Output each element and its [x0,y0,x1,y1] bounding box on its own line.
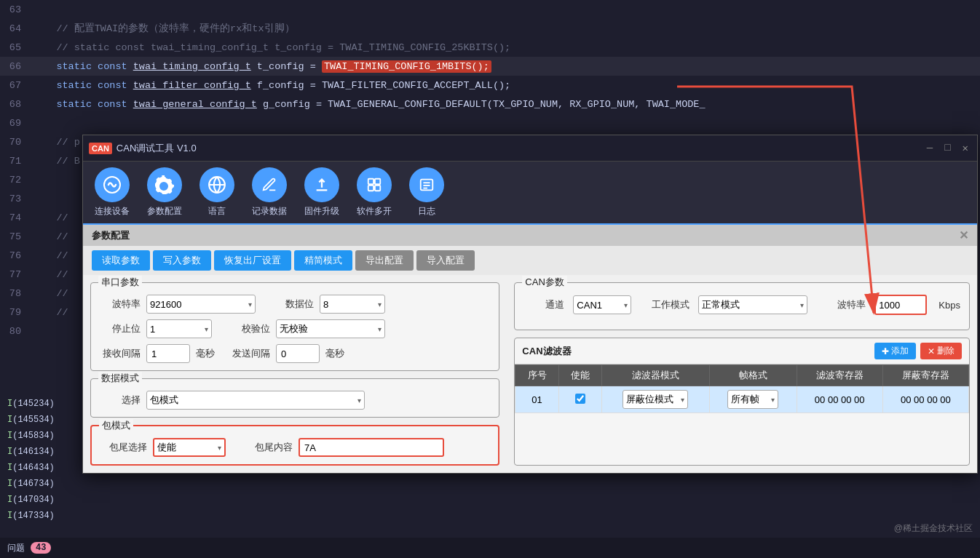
col-frame-format: 帧格式 [709,365,797,386]
tab-import-config[interactable]: 导入配置 [416,250,475,271]
record-label: 记录数据 [252,205,287,218]
log-icon [409,167,444,202]
connect-label: 连接设备 [95,205,130,218]
stopbits-row: 停止位 1 ▾ 校验位 无校验 ▾ [100,319,490,338]
tab-bar: 读取参数 写入参数 恢复出厂设置 精简模式 导出配置 导入配置 [83,246,977,275]
data-mode-legend: 数据模式 [98,372,142,385]
left-panel: 串口参数 波特率 921600 ▾ 数据位 8 ▾ [83,275,507,473]
main-panels: 串口参数 波特率 921600 ▾ 数据位 8 ▾ [83,275,977,473]
delete-filter-button[interactable]: ✕ 删除 [920,343,962,359]
data-mode-select-label: 选择 [100,394,141,407]
close-button[interactable]: ✕ [960,142,971,154]
add-filter-button[interactable]: ✚ 添加 [874,343,916,359]
package-mode-group: 包模式 包尾选择 使能 ▾ 包尾内容 [90,425,499,466]
baudrate-select[interactable]: 921600 ▾ [146,295,256,314]
log-label: 日志 [418,205,435,218]
right-panel: CAN参数 通道 CAN1 ▾ 工作模式 正常模式 ▾ 波特率 [507,275,977,473]
data-mode-row: 选择 包模式 ▾ [100,391,490,410]
databits-select[interactable]: 8 ▾ [320,295,385,314]
window-controls: — □ ✕ [924,142,971,154]
col-id: 序号 [515,365,558,386]
toolbar-params[interactable]: 参数配置 [147,167,182,218]
params-close-icon[interactable]: ✕ [959,228,968,242]
record-icon [252,167,287,202]
code-line-69: 69 [0,113,980,132]
filter-title: CAN滤波器 [522,345,571,358]
baudrate-row: 波特率 921600 ▾ 数据位 8 ▾ [100,295,490,314]
line-num-63: 63 [0,4,33,15]
tab-export-config[interactable]: 导出配置 [355,250,414,271]
frame-format-select[interactable]: 所有帧 ▾ [727,390,778,409]
row-id: 01 [515,386,558,413]
toolbar-connect[interactable]: 连接设备 [95,167,130,218]
params-content: 参数配置 ✕ 读取参数 写入参数 恢复出厂设置 精简模式 导出配置 导入配置 串… [83,225,977,473]
can-icon: CAN [89,143,112,154]
log-line-7: I (147034) [0,492,980,508]
col-mask-reg: 屏蔽寄存器 [882,365,968,386]
row-mask-reg: 00 00 00 00 [882,386,968,413]
interval-row: 接收间隔 毫秒 发送间隔 毫秒 [100,344,490,363]
toolbar-record[interactable]: 记录数据 [252,167,287,218]
serial-params-legend: 串口参数 [98,276,142,289]
filter-table: 序号 使能 滤波器模式 帧格式 滤波寄存器 屏蔽寄存器 01 [515,364,969,413]
col-enabled: 使能 [558,365,601,386]
work-mode-select[interactable]: 正常模式 ▾ [698,295,807,314]
data-mode-select[interactable]: 包模式 ▾ [146,391,365,410]
channel-select[interactable]: CAN1 ▾ [573,295,631,314]
send-interval-unit: 毫秒 [325,347,344,360]
params-label: 参数配置 [147,205,182,218]
can-titlebar: CAN CAN调试工具 V1.0 — □ ✕ [83,135,977,162]
filter-mode-select[interactable]: 屏蔽位模式 ▾ [623,390,688,409]
multi-label: 软件多开 [357,205,392,218]
svg-rect-4 [368,186,374,191]
recv-interval-input[interactable] [146,344,190,363]
maximize-button[interactable]: □ [941,142,953,154]
serial-params-group: 串口参数 波特率 921600 ▾ 数据位 8 ▾ [90,282,499,371]
code-line-65: 65 // static const twai_timing_config_t … [0,38,980,57]
tab-read-params[interactable]: 读取参数 [92,250,150,271]
can-baudrate-input[interactable] [879,300,922,311]
can-params-legend: CAN参数 [522,276,566,289]
col-filter-reg: 滤波寄存器 [797,365,882,386]
tab-restore-factory[interactable]: 恢复出厂设置 [214,250,291,271]
can-filter-group: CAN滤波器 ✚ 添加 ✕ 删除 [514,338,970,466]
tail-select[interactable]: 使能 ▾ [153,438,226,457]
toolbar-multi[interactable]: 软件多开 [357,167,392,218]
filter-buttons: ✚ 添加 ✕ 删除 [874,343,962,359]
can-toolbar: 连接设备 参数配置 语言 [83,162,977,225]
firmware-label: 固件升级 [304,205,339,218]
language-label: 语言 [208,205,226,218]
toolbar-firmware[interactable]: 固件升级 [304,167,339,218]
can-params-header: 通道 CAN1 ▾ 工作模式 正常模式 ▾ 波特率 [523,295,960,315]
filter-header: CAN滤波器 ✚ 添加 ✕ 删除 [515,338,969,364]
package-mode-row: 包尾选择 使能 ▾ 包尾内容 [100,438,489,457]
status-bar: 问题 43 [0,538,980,558]
minimize-button[interactable]: — [924,142,936,154]
problems-count: 43 [31,542,51,554]
code-line-66: 66 static const twai_timing_config_t t_c… [0,57,980,76]
tab-write-params[interactable]: 写入参数 [153,250,211,271]
send-interval-input[interactable] [276,344,320,363]
can-baudrate-label: 波特率 [825,298,866,311]
can-baudrate-box [874,295,927,315]
parity-select[interactable]: 无校验 ▾ [276,319,385,338]
code-line-64: 64 // 配置TWAI的参数（波特率，硬件的rx和tx引脚） [0,19,980,38]
row-filter-reg: 00 00 00 00 [797,386,882,413]
recv-interval-label: 接收间隔 [100,347,141,360]
toolbar-log[interactable]: 日志 [409,167,444,218]
enabled-checkbox[interactable] [575,394,585,404]
del-icon: ✕ [928,346,935,356]
databits-label: 数据位 [273,298,314,311]
log-line-8: I (147334) [0,508,980,524]
tail-select-label: 包尾选择 [100,441,147,454]
window-title: CAN调试工具 V1.0 [116,142,920,155]
tab-slim-mode[interactable]: 精简模式 [294,250,352,271]
stopbits-select[interactable]: 1 ▾ [146,319,212,338]
row-enabled[interactable] [558,386,601,413]
language-icon [199,167,234,202]
tail-content-input[interactable] [299,438,444,457]
parity-label: 校验位 [229,322,270,335]
code-line-68: 68 static const twai_general_config_t g_… [0,95,980,113]
package-mode-legend: 包模式 [99,419,133,432]
toolbar-language[interactable]: 语言 [199,167,234,218]
